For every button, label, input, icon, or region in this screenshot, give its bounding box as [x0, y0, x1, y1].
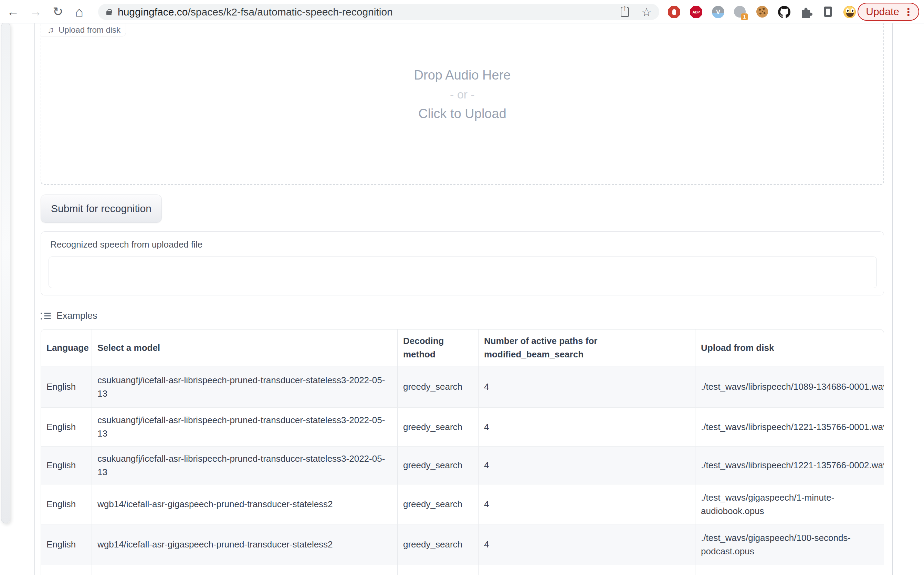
drop-audio-text: Drop Audio Here: [41, 65, 883, 85]
examples-header: Examples: [41, 311, 97, 321]
url-domain: huggingface.co: [118, 6, 188, 17]
reader-extension-icon[interactable]: [822, 6, 835, 18]
share-icon[interactable]: ↑: [616, 4, 633, 20]
browser-menu-icon: ⋮: [903, 6, 914, 18]
browser-toolbar: ← → ↻ ⌂ huggingface.co/spaces/k2-fsa/aut…: [0, 0, 924, 24]
table-row[interactable]: Englishcsukuangfj/icefall-asr-librispeec…: [41, 366, 884, 408]
audio-dropzone[interactable]: Drop Audio Here - or - Click to Upload: [41, 14, 884, 185]
address-bar[interactable]: huggingface.co/spaces/k2-fsa/automatic-s…: [98, 4, 659, 20]
table-row[interactable]: Englishwgb14/icefall-asr-gigaspeech-prun…: [41, 484, 884, 524]
list-icon: [41, 313, 51, 319]
submit-for-recognition-button[interactable]: Submit for recognition: [41, 195, 162, 223]
column-header: Number of active paths for modified_beam…: [478, 329, 695, 366]
cookie-extension-icon[interactable]: [756, 6, 769, 18]
chrome-update-button[interactable]: Update ⋮: [857, 3, 919, 21]
left-card-edge: [1, 22, 10, 523]
forward-button[interactable]: →: [26, 0, 46, 24]
examples-label: Examples: [56, 311, 97, 321]
vimium-extension-icon[interactable]: V: [712, 6, 724, 18]
output-panel: Recognized speech from uploaded file: [41, 231, 884, 295]
app-right-border: [892, 24, 893, 575]
music-note-icon: ♫: [48, 25, 54, 35]
examples-table-head: LanguageSelect a modelDecoding methodNum…: [41, 329, 884, 366]
adblock-extension-icon[interactable]: [668, 6, 680, 18]
smiley-extension-icon[interactable]: [843, 6, 856, 18]
lock-icon: [106, 11, 111, 15]
column-header: Language: [41, 329, 92, 366]
back-button[interactable]: ←: [3, 0, 23, 24]
column-header: Select a model: [92, 329, 398, 366]
url-text[interactable]: huggingface.co/spaces/k2-fsa/automatic-s…: [118, 6, 393, 18]
table-row[interactable]: Englishwgb14/icefall-asr-gigaspeech-prun…: [41, 524, 884, 565]
home-button[interactable]: ⌂: [70, 0, 89, 24]
examples-table-body: Englishcsukuangfj/icefall-asr-librispeec…: [41, 366, 884, 575]
notifier-extension-icon[interactable]: 1: [734, 6, 746, 18]
output-textbox[interactable]: [49, 257, 877, 288]
examples-table: LanguageSelect a modelDecoding methodNum…: [41, 329, 884, 575]
url-path: /spaces/k2-fsa/automatic-speech-recognit…: [188, 6, 393, 17]
table-row[interactable]: Englishcsukuangfj/icefall-asr-librispeec…: [41, 446, 884, 484]
tab-label: Upload from disk: [59, 25, 121, 35]
table-row[interactable]: Englishwgb14/icefall-asr-gigaspeech-prun…: [41, 565, 884, 575]
or-text: - or -: [41, 85, 883, 104]
tab-upload-from-disk[interactable]: ♫ Upload from disk: [41, 24, 126, 37]
bookmark-star-icon[interactable]: ☆: [638, 4, 655, 20]
reload-button[interactable]: ↻: [48, 0, 67, 24]
output-label: Recognized speech from uploaded file: [50, 239, 202, 250]
extension-badge: 1: [741, 13, 748, 20]
extensions-puzzle-icon[interactable]: [800, 6, 813, 18]
github-extension-icon[interactable]: [778, 6, 791, 18]
table-row[interactable]: Englishcsukuangfj/icefall-asr-librispeec…: [41, 408, 884, 446]
column-header: Upload from disk: [695, 329, 884, 366]
column-header: Decoding method: [398, 329, 478, 366]
abp-extension-icon[interactable]: ABP: [690, 6, 702, 18]
click-to-upload-text: Click to Upload: [41, 104, 883, 123]
